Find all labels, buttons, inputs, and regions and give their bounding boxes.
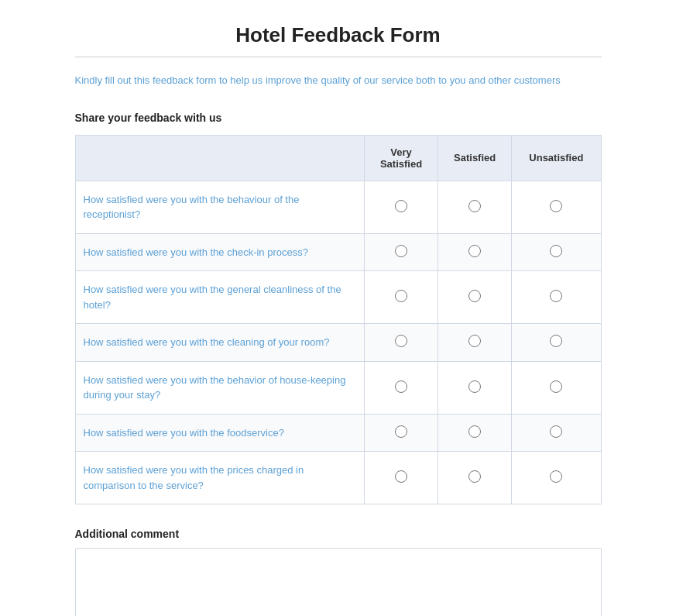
- radio-cell-very-satisfied: [364, 271, 438, 324]
- question-cell: How satisfied were you with the cleaning…: [75, 324, 364, 362]
- table-row: How satisfied were you with the general …: [75, 271, 601, 324]
- radio-satisfied[interactable]: [468, 470, 481, 483]
- table-row: How satisfied were you with the behavior…: [75, 361, 601, 414]
- radio-unsatisfied[interactable]: [550, 380, 562, 393]
- col-header-satisfied: Satisfied: [438, 135, 512, 181]
- radio-cell-unsatisfied: [512, 271, 601, 324]
- table-row: How satisfied were you with the cleaning…: [75, 324, 601, 362]
- radio-cell-unsatisfied: [512, 233, 601, 271]
- radio-unsatisfied[interactable]: [550, 470, 562, 483]
- question-cell: How satisfied were you with the prices c…: [75, 452, 364, 504]
- radio-cell-very-satisfied: [364, 324, 438, 362]
- additional-comment-textarea[interactable]: [75, 548, 602, 616]
- radio-very-satisfied[interactable]: [395, 335, 407, 347]
- radio-cell-very-satisfied: [364, 452, 438, 504]
- question-cell: How satisfied were you with the foodserv…: [75, 414, 364, 452]
- form-subtitle: Kindly fill out this feedback form to he…: [75, 73, 602, 88]
- radio-unsatisfied[interactable]: [550, 425, 562, 438]
- radio-unsatisfied[interactable]: [550, 290, 562, 302]
- additional-comment-label: Additional comment: [75, 528, 602, 540]
- radio-cell-unsatisfied: [512, 361, 601, 414]
- radio-unsatisfied[interactable]: [550, 245, 562, 257]
- page-container: Hotel Feedback Form Kindly fill out this…: [29, 0, 648, 616]
- radio-cell-unsatisfied: [512, 452, 601, 504]
- radio-unsatisfied[interactable]: [550, 200, 562, 212]
- radio-cell-satisfied: [438, 181, 512, 233]
- radio-unsatisfied[interactable]: [550, 335, 562, 347]
- question-cell: How satisfied were you with the check-in…: [75, 233, 364, 271]
- col-header-very-satisfied: VerySatisfied: [364, 135, 438, 181]
- radio-satisfied[interactable]: [468, 245, 481, 257]
- radio-cell-very-satisfied: [364, 414, 438, 452]
- section-title: Share your feedback with us: [75, 112, 602, 124]
- radio-satisfied[interactable]: [468, 200, 481, 212]
- col-header-unsatisfied: Unsatisfied: [512, 135, 601, 181]
- question-cell: How satisfied were you with the general …: [75, 271, 364, 324]
- radio-very-satisfied[interactable]: [395, 425, 407, 438]
- radio-cell-satisfied: [438, 233, 512, 271]
- radio-cell-satisfied: [438, 452, 512, 504]
- radio-cell-very-satisfied: [364, 361, 438, 414]
- col-header-question: [75, 135, 364, 181]
- table-row: How satisfied were you with the behaviou…: [75, 181, 601, 233]
- question-cell: How satisfied were you with the behaviou…: [75, 181, 364, 233]
- question-cell: How satisfied were you with the behavior…: [75, 361, 364, 414]
- page-title: Hotel Feedback Form: [75, 23, 602, 57]
- radio-very-satisfied[interactable]: [395, 380, 407, 393]
- table-row: How satisfied were you with the prices c…: [75, 452, 601, 504]
- radio-cell-satisfied: [438, 324, 512, 362]
- radio-satisfied[interactable]: [468, 290, 481, 302]
- table-row: How satisfied were you with the foodserv…: [75, 414, 601, 452]
- feedback-table: VerySatisfied Satisfied Unsatisfied How …: [75, 135, 602, 505]
- radio-very-satisfied[interactable]: [395, 245, 407, 257]
- additional-comment-section: Additional comment: [75, 528, 602, 616]
- radio-very-satisfied[interactable]: [395, 200, 407, 212]
- radio-cell-very-satisfied: [364, 181, 438, 233]
- radio-cell-satisfied: [438, 414, 512, 452]
- radio-cell-unsatisfied: [512, 324, 601, 362]
- radio-very-satisfied[interactable]: [395, 290, 407, 302]
- radio-cell-unsatisfied: [512, 414, 601, 452]
- radio-satisfied[interactable]: [468, 380, 481, 393]
- radio-cell-satisfied: [438, 271, 512, 324]
- table-header-row: VerySatisfied Satisfied Unsatisfied: [75, 135, 601, 181]
- table-row: How satisfied were you with the check-in…: [75, 233, 601, 271]
- radio-cell-very-satisfied: [364, 233, 438, 271]
- radio-cell-satisfied: [438, 361, 512, 414]
- radio-very-satisfied[interactable]: [395, 470, 407, 483]
- radio-satisfied[interactable]: [468, 335, 481, 347]
- radio-cell-unsatisfied: [512, 181, 601, 233]
- radio-satisfied[interactable]: [468, 425, 481, 438]
